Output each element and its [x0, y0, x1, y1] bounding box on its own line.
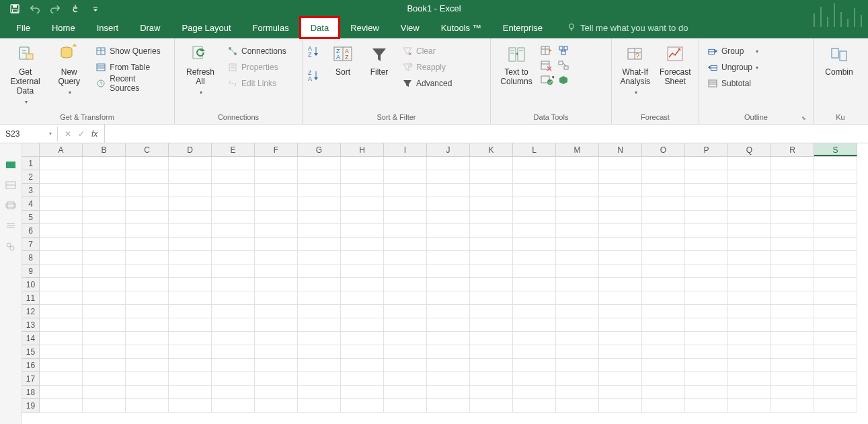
tab-view[interactable]: View: [390, 17, 430, 38]
column-header-Q[interactable]: Q: [728, 143, 771, 156]
row-header-8[interactable]: 8: [22, 251, 39, 264]
formula-input[interactable]: [105, 127, 868, 141]
column-header-H[interactable]: H: [341, 143, 384, 156]
row-header-2[interactable]: 2: [22, 170, 39, 184]
row-header-13[interactable]: 13: [22, 318, 39, 332]
undo-icon[interactable]: [30, 3, 40, 14]
row-header-12[interactable]: 12: [22, 305, 39, 318]
refresh-all-button[interactable]: Refresh All▾: [180, 41, 221, 100]
gutter-find-icon[interactable]: [5, 242, 16, 252]
gutter-print-icon[interactable]: [5, 201, 16, 212]
tab-insert[interactable]: Insert: [86, 17, 130, 38]
forecast-sheet-button[interactable]: Forecast Sheet: [658, 41, 694, 89]
tab-draw[interactable]: Draw: [129, 17, 171, 38]
column-header-G[interactable]: G: [298, 143, 341, 156]
manage-data-model-icon[interactable]: [558, 75, 569, 85]
spreadsheet-grid[interactable]: ABCDEFGHIJKLMNOPQRS 12345678910111213141…: [22, 143, 868, 424]
tab-kutools[interactable]: Kutools ™: [430, 17, 492, 38]
subtotal-button[interactable]: Subtotal: [705, 76, 761, 91]
dialog-launcher-icon[interactable]: ⬊: [801, 115, 806, 121]
what-if-analysis-button[interactable]: ? What-If Analysis▾: [617, 41, 654, 100]
column-header-R[interactable]: R: [771, 143, 814, 156]
recent-sources-button[interactable]: Recent Sources: [93, 76, 169, 91]
ungroup-button[interactable]: Ungroup ▾: [705, 60, 761, 75]
sort-asc-icon[interactable]: AZ: [308, 45, 323, 57]
sort-desc-icon[interactable]: ZA: [308, 69, 323, 81]
column-header-C[interactable]: C: [126, 143, 169, 156]
cells[interactable]: [40, 157, 857, 413]
gutter-pagebreak-icon[interactable]: [5, 181, 16, 192]
formula-bar: S23 ▾ ✕ ✓ fx: [0, 125, 868, 143]
insert-function-icon[interactable]: fx: [91, 129, 97, 139]
get-external-data-button[interactable]: Get External Data▾: [5, 41, 45, 110]
data-validation-icon[interactable]: ▾: [541, 75, 554, 85]
combine-button[interactable]: Combin: [819, 41, 859, 79]
new-query-button[interactable]: New Query▾: [49, 41, 89, 100]
group-sort-filter: AZ ZA ZAAZ Sort Filter Clear Reapply: [303, 38, 491, 124]
column-header-N[interactable]: N: [599, 143, 642, 156]
tab-page-layout[interactable]: Page Layout: [171, 17, 242, 38]
row-header-9[interactable]: 9: [22, 264, 39, 278]
row-header-17[interactable]: 17: [22, 372, 39, 386]
sort-button[interactable]: ZAAZ Sort: [327, 41, 359, 79]
table-icon: [95, 46, 106, 57]
row-header-16[interactable]: 16: [22, 359, 39, 372]
row-header-3[interactable]: 3: [22, 184, 39, 197]
row-header-1[interactable]: 1: [22, 157, 39, 170]
row-header-5[interactable]: 5: [22, 211, 39, 224]
row-header-11[interactable]: 11: [22, 291, 39, 305]
connections-button[interactable]: Connections: [225, 44, 289, 59]
column-header-F[interactable]: F: [255, 143, 298, 156]
tab-enterprise[interactable]: Enterprise: [492, 17, 553, 38]
row-header-4[interactable]: 4: [22, 197, 39, 211]
redo-icon[interactable]: [50, 3, 61, 14]
column-header-M[interactable]: M: [556, 143, 599, 156]
row-header-18[interactable]: 18: [22, 386, 39, 399]
row-header-7[interactable]: 7: [22, 238, 39, 251]
column-header-P[interactable]: P: [685, 143, 728, 156]
row-header-14[interactable]: 14: [22, 332, 39, 345]
filter-button[interactable]: Filter: [363, 41, 395, 79]
column-header-J[interactable]: J: [427, 143, 470, 156]
new-query-icon: [58, 44, 80, 65]
tab-formulas[interactable]: Formulas: [242, 17, 300, 38]
column-header-I[interactable]: I: [384, 143, 427, 156]
tell-me-search[interactable]: Tell me what you want to do: [553, 23, 688, 33]
column-header-B[interactable]: B: [83, 143, 126, 156]
row-header-15[interactable]: 15: [22, 345, 39, 359]
flash-fill-icon[interactable]: [541, 45, 554, 56]
advanced-filter-button[interactable]: Advanced: [399, 76, 455, 91]
column-header-E[interactable]: E: [212, 143, 255, 156]
column-header-L[interactable]: L: [513, 143, 556, 156]
tab-file[interactable]: File: [5, 17, 41, 38]
properties-icon: [227, 62, 238, 73]
column-header-O[interactable]: O: [642, 143, 685, 156]
gutter-normal-icon[interactable]: [5, 161, 16, 172]
relationships-icon[interactable]: [558, 60, 569, 71]
select-all-corner[interactable]: [22, 143, 40, 157]
row-header-10[interactable]: 10: [22, 278, 39, 291]
text-to-columns-button[interactable]: Text to Columns: [496, 41, 537, 89]
column-header-K[interactable]: K: [470, 143, 513, 156]
tab-data[interactable]: Data: [300, 17, 340, 38]
gutter-custom-icon[interactable]: [5, 221, 16, 232]
svg-marker-40: [314, 53, 318, 56]
show-queries-button[interactable]: Show Queries: [93, 44, 169, 59]
from-table-button[interactable]: From Table: [93, 60, 169, 75]
column-header-A[interactable]: A: [40, 143, 83, 156]
remove-duplicates-icon[interactable]: [541, 60, 554, 71]
customize-qat-icon[interactable]: [90, 3, 101, 14]
name-box[interactable]: S23 ▾: [0, 127, 58, 141]
column-header-D[interactable]: D: [169, 143, 212, 156]
tab-review[interactable]: Review: [340, 17, 390, 38]
column-headers[interactable]: ABCDEFGHIJKLMNOPQRS: [40, 143, 857, 157]
row-header-19[interactable]: 19: [22, 399, 39, 413]
row-header-6[interactable]: 6: [22, 224, 39, 238]
touch-mode-icon[interactable]: [70, 3, 81, 14]
row-headers[interactable]: 12345678910111213141516171819: [22, 157, 40, 413]
save-icon[interactable]: [9, 3, 20, 14]
consolidate-icon[interactable]: [558, 45, 569, 56]
column-header-S[interactable]: S: [814, 143, 857, 156]
group-rows-button[interactable]: Group ▾: [705, 44, 761, 59]
tab-home[interactable]: Home: [41, 17, 86, 38]
